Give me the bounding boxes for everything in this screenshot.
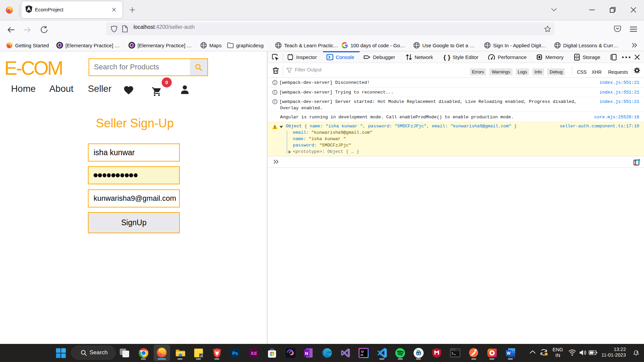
svg-text:IJ: IJ <box>361 350 364 353</box>
svg-text:N: N <box>305 351 308 356</box>
svg-text:W: W <box>507 351 511 356</box>
svg-text:C:\>_: C:\>_ <box>451 349 456 351</box>
svg-text:Ps: Ps <box>232 351 238 356</box>
svg-text:Xd: Xd <box>251 351 257 356</box>
